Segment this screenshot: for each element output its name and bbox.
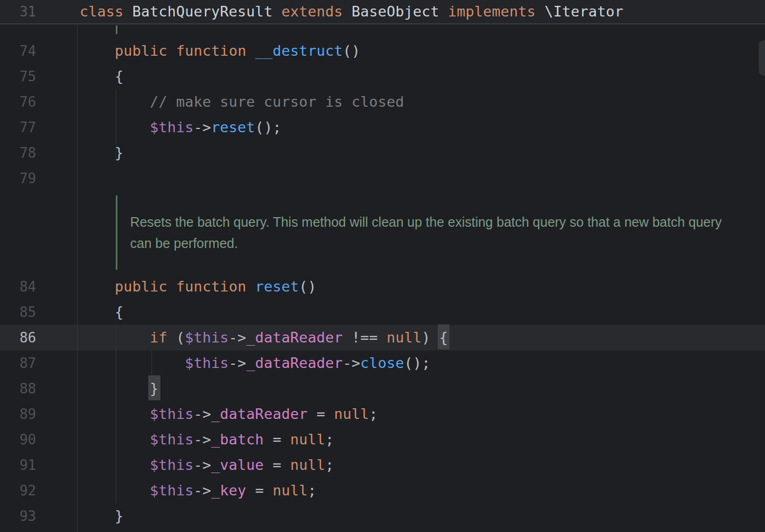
- doc-comment-line-1: Resets the batch query. This method will…: [130, 213, 722, 231]
- code-text-91[interactable]: $this->_value = null;: [80, 452, 334, 478]
- code-token-pln: [378, 329, 387, 346]
- line-number-87[interactable]: 87: [0, 350, 36, 376]
- code-token-fld: _value: [211, 457, 264, 473]
- code-text-86[interactable]: if ($this->_dataReader !== null) {: [80, 325, 448, 350]
- line-number-79[interactable]: 79: [0, 166, 36, 191]
- code-token-pln: =: [264, 457, 291, 473]
- code-token-pln: (): [299, 278, 317, 295]
- code-line-93: 93 }: [0, 503, 765, 529]
- line-number-90[interactable]: 90: [0, 427, 36, 452]
- code-text-78[interactable]: }: [80, 140, 124, 166]
- code-token-pln: ;: [369, 406, 378, 422]
- code-token-fld: _dataReader: [246, 355, 343, 371]
- code-token-pln: [80, 93, 150, 110]
- code-line-79: 79: [0, 166, 765, 191]
- code-token-kw: null: [334, 406, 369, 422]
- code-token-kw: extends: [282, 3, 343, 20]
- code-text-87[interactable]: $this->_dataReader->close();: [80, 350, 430, 376]
- code-text-89[interactable]: $this->_dataReader = null;: [80, 401, 378, 427]
- code-line-88: 88 }: [0, 376, 765, 401]
- code-token-fn: reset: [255, 278, 299, 295]
- code-token-pln: ;: [325, 457, 334, 473]
- code-text-90[interactable]: $this->_batch = null;: [80, 427, 334, 452]
- code-token-pln: [439, 3, 448, 20]
- code-token-kw: function: [176, 278, 246, 295]
- line-number-76[interactable]: 76: [0, 89, 36, 115]
- code-token-pln: [80, 119, 150, 135]
- code-area: 74 public function __destruct()75 {76 //…: [0, 0, 765, 532]
- code-token-pln: ->: [229, 329, 246, 346]
- code-token-pln: [343, 329, 352, 346]
- code-text-77[interactable]: $this->reset();: [80, 115, 282, 140]
- code-text-84[interactable]: public function reset(): [80, 274, 317, 299]
- code-token-pln: ->: [343, 355, 360, 371]
- line-number-85[interactable]: 85: [0, 299, 36, 325]
- line-number-89[interactable]: 89: [0, 401, 36, 427]
- line-number-93[interactable]: 93: [0, 503, 36, 529]
- code-token-pln: [80, 482, 150, 499]
- code-text-92[interactable]: $this->_key = null;: [80, 478, 317, 503]
- line-number-84[interactable]: 84: [0, 274, 36, 299]
- line-number-86[interactable]: 86: [0, 325, 36, 350]
- line-number-75[interactable]: 75: [0, 64, 36, 89]
- code-token-pln: {: [115, 68, 124, 84]
- code-token-cls: BaseObject: [352, 3, 439, 20]
- code-text-88[interactable]: }: [80, 376, 159, 401]
- line-number-78[interactable]: 78: [0, 140, 36, 166]
- code-token-pln: ): [422, 329, 439, 346]
- code-token-kw: null: [290, 457, 325, 473]
- code-token-pln: ->: [194, 406, 211, 422]
- code-token-pln: ->: [194, 119, 211, 135]
- sticky-header-line[interactable]: 31 class BatchQueryResult extends BaseOb…: [0, 0, 765, 24]
- matched-brace: {: [438, 324, 450, 349]
- code-token-this: $this: [150, 406, 194, 422]
- code-token-pln: [246, 278, 256, 295]
- vertical-scrollbar-thumb[interactable]: [759, 40, 765, 75]
- code-text-75[interactable]: {: [80, 64, 124, 89]
- line-number-77[interactable]: 77: [0, 115, 36, 140]
- code-token-kw: function: [176, 42, 246, 59]
- code-token-pln: [536, 3, 545, 20]
- code-token-pln: }: [115, 508, 124, 524]
- code-token-kw: null: [290, 431, 325, 448]
- line-number-92[interactable]: 92: [0, 478, 36, 503]
- code-token-pln: [80, 406, 150, 422]
- code-token-pln: ;: [325, 431, 334, 448]
- code-token-kw: null: [273, 482, 308, 499]
- code-token-pln: {: [115, 304, 124, 320]
- code-line-75: 75 {: [0, 64, 765, 89]
- code-line-78: 78 }: [0, 140, 765, 166]
- code-token-pln: [246, 42, 256, 59]
- code-token-pln: [273, 3, 282, 20]
- code-token-pln: =: [264, 431, 291, 448]
- code-line-89: 89 $this->_dataReader = null;: [0, 401, 765, 427]
- code-token-this: $this: [150, 482, 194, 499]
- line-number-74[interactable]: 74: [0, 38, 36, 64]
- code-token-pln: ->: [194, 482, 211, 499]
- line-number-88[interactable]: 88: [0, 376, 36, 401]
- code-token-pln: [80, 329, 150, 346]
- code-text-93[interactable]: }: [80, 503, 124, 529]
- code-token-fn: close: [360, 355, 404, 371]
- code-token-cls: BatchQueryResult: [132, 3, 273, 20]
- code-line-90: 90 $this->_batch = null;: [0, 427, 765, 452]
- code-token-fld: _dataReader: [211, 406, 308, 422]
- code-line-92: 92 $this->_key = null;: [0, 478, 765, 503]
- line-number-91[interactable]: 91: [0, 452, 36, 478]
- code-text-74[interactable]: public function __destruct(): [80, 38, 360, 64]
- code-line-77: 77 $this->reset();: [0, 115, 765, 140]
- code-token-pln: [167, 278, 176, 295]
- code-token-fld: _dataReader: [246, 329, 343, 346]
- code-token-kw: implements: [448, 3, 536, 20]
- code-token-fn: __destruct: [255, 42, 343, 59]
- code-token-pln: ->: [194, 431, 211, 448]
- code-token-pln: ();: [255, 119, 282, 135]
- code-token-pln: [80, 457, 150, 473]
- code-token-pln: }: [115, 144, 124, 161]
- code-token-pln: [124, 3, 133, 20]
- code-token-pln: [80, 431, 150, 448]
- code-text-76[interactable]: // make sure cursor is closed: [80, 89, 404, 115]
- code-text-85[interactable]: {: [80, 299, 124, 325]
- code-line-74: 74 public function __destruct(): [0, 38, 765, 64]
- code-token-kw: null: [387, 329, 422, 346]
